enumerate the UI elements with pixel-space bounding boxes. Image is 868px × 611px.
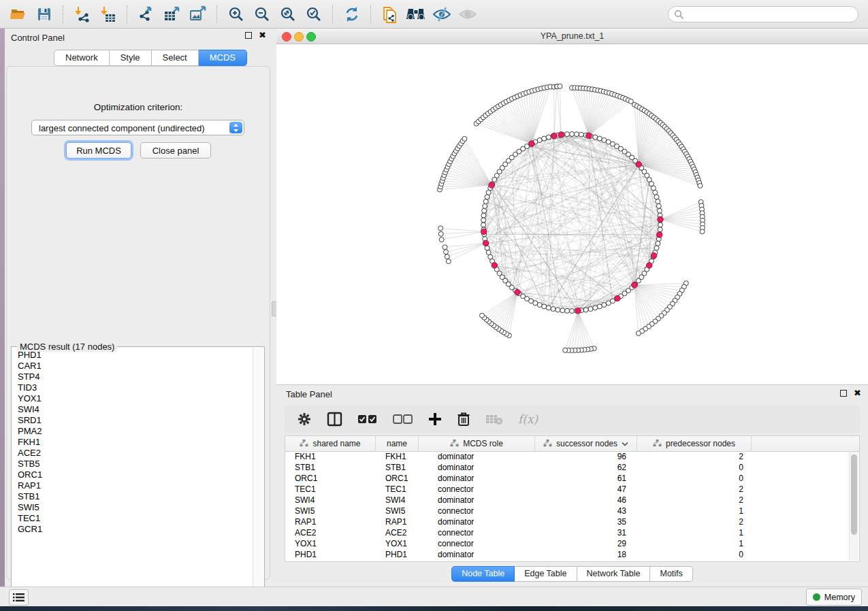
column-header-name[interactable]: name [376,436,419,451]
mcds-list-scrollbar[interactable] [253,348,263,604]
mcds-hub-node[interactable] [489,182,494,188]
network-node[interactable] [654,195,659,199]
network-node[interactable] [656,241,660,246]
open-session-button[interactable] [7,3,30,25]
cell-MCDS-role[interactable]: dominator [419,463,535,472]
network-node[interactable] [481,222,486,227]
cell-shared-name[interactable]: PHD1 [285,550,376,559]
cell-name[interactable]: ACE2 [376,528,419,538]
network-node[interactable] [546,135,551,139]
mcds-hub-node[interactable] [492,263,497,268]
column-header-successor-nodes[interactable]: successor nodes [535,436,637,451]
cell-shared-name[interactable]: STB1 [285,463,376,472]
network-node[interactable] [597,136,602,141]
mcds-result-item[interactable]: STB1 [12,491,252,502]
network-node[interactable] [588,307,593,312]
table-options-gear-icon[interactable] [297,412,312,427]
table-row[interactable]: SWI4SWI4dominator462 [285,495,850,506]
mcds-hub-node[interactable] [658,216,663,222]
mcds-result-item[interactable]: FKH1 [12,437,252,448]
network-node[interactable] [483,199,488,204]
cell-name[interactable]: ORC1 [376,474,419,483]
cell-name[interactable]: TEC1 [376,484,419,494]
network-node[interactable] [656,199,660,204]
cell-MCDS-role[interactable]: dominator [419,452,535,461]
network-node[interactable] [485,195,489,199]
tab-select[interactable]: Select [152,50,199,66]
cell-successor-nodes[interactable]: 35 [535,517,637,527]
tab-edge-table[interactable]: Edge Table [515,566,577,582]
close-traffic-icon[interactable] [282,32,291,42]
cell-successor-nodes[interactable]: 96 [535,452,637,461]
cell-shared-name[interactable]: SWI4 [285,495,376,505]
network-node[interactable] [481,213,486,218]
add-column-icon[interactable] [428,412,442,426]
column-header-predecessor-nodes[interactable]: predecessor nodes [637,436,752,451]
cell-MCDS-role[interactable]: dominator [419,495,535,505]
mcds-result-item[interactable]: SWI4 [12,404,252,415]
table-row[interactable]: STB1STB1dominator620 [285,462,850,473]
network-node[interactable] [485,246,489,250]
cell-MCDS-role[interactable]: connector [419,528,535,538]
cell-name[interactable]: FKH1 [376,452,419,461]
cell-predecessor-nodes[interactable]: 2 [637,484,752,494]
column-header-shared-name[interactable]: shared name [285,436,376,451]
network-node[interactable] [657,208,662,213]
network-node[interactable] [438,231,443,236]
network-node[interactable] [542,136,547,141]
cell-MCDS-role[interactable]: connector [419,539,535,548]
duplicate-network-button[interactable] [379,3,402,25]
table-row[interactable]: ORC1ORC1dominator610 [285,473,850,484]
mcds-result-item[interactable]: ORC1 [12,469,252,480]
network-node[interactable] [445,254,449,259]
close-icon[interactable]: ✖ [854,390,861,397]
mcds-result-item[interactable]: SWI5 [12,502,252,513]
mcds-result-item[interactable]: SRD1 [12,415,252,426]
mcds-result-item[interactable]: PMA2 [12,426,252,437]
export-network-button[interactable] [135,3,158,25]
network-node[interactable] [602,303,607,308]
table-row[interactable]: RAP1RAP1dominator352 [285,516,850,527]
tab-network-table[interactable]: Network Table [577,566,651,582]
network-node[interactable] [558,84,562,88]
cell-MCDS-role[interactable]: connector [419,506,535,516]
mcds-result-item[interactable]: PHD1 [12,350,252,361]
task-history-button[interactable] [9,589,29,606]
mcds-result-item[interactable]: TEC1 [12,513,252,524]
network-node[interactable] [438,226,443,231]
cell-successor-nodes[interactable]: 46 [535,495,637,505]
tab-network[interactable]: Network [54,50,110,66]
cell-MCDS-role[interactable]: dominator [419,517,535,527]
cell-shared-name[interactable]: ORC1 [285,474,376,483]
mcds-hub-node[interactable] [647,263,652,268]
import-network-button[interactable] [71,3,94,25]
cell-successor-nodes[interactable]: 29 [535,539,637,548]
cell-MCDS-role[interactable]: connector [419,484,535,494]
network-canvas[interactable] [276,44,868,384]
tab-node-table[interactable]: Node Table [451,566,515,582]
network-node[interactable] [583,308,588,312]
network-node[interactable] [546,306,551,310]
deselect-all-icon[interactable] [393,414,413,425]
close-panel-button[interactable]: Close panel [140,142,211,159]
network-node[interactable] [443,250,448,254]
zoom-selected-button[interactable] [302,3,325,25]
table-row[interactable]: TEC1TEC1connector472 [285,484,850,495]
mcds-hub-node[interactable] [651,252,656,258]
cell-predecessor-nodes[interactable]: 0 [637,550,752,559]
mcds-hub-node[interactable] [615,295,620,301]
mcds-result-item[interactable]: TID3 [12,382,252,393]
network-node[interactable] [443,245,447,250]
network-node[interactable] [481,218,486,222]
network-node[interactable] [636,331,641,335]
cell-shared-name[interactable]: FKH1 [285,452,376,461]
cell-successor-nodes[interactable]: 31 [535,528,637,538]
network-node[interactable] [537,137,542,142]
mcds-hub-node[interactable] [481,229,487,234]
float-window-icon[interactable] [245,32,252,39]
cell-MCDS-role[interactable]: dominator [419,474,535,483]
table-row[interactable]: FKH1FKH1dominator962 [285,451,850,462]
network-node[interactable] [565,308,570,313]
network-node[interactable] [480,313,485,318]
mcds-result-item[interactable]: RAP1 [12,480,252,491]
